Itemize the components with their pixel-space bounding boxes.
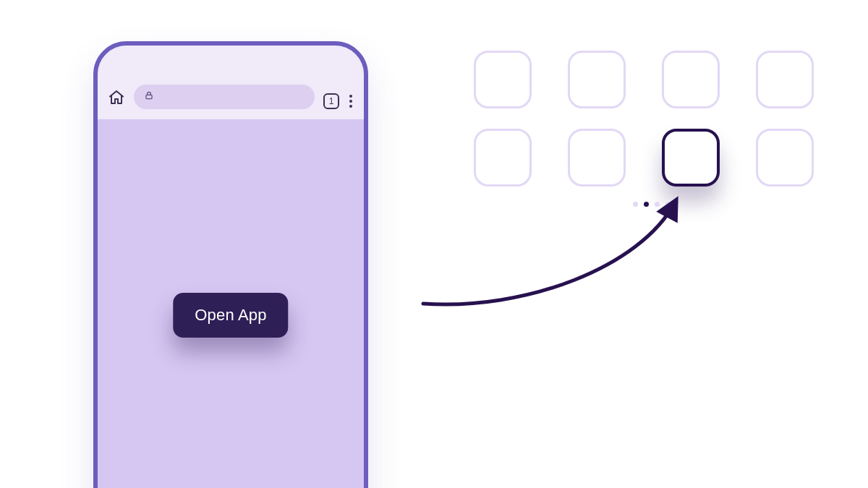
app-icon-placeholder[interactable]: [756, 51, 814, 108]
app-icon-placeholder[interactable]: [662, 51, 720, 108]
page-indicator: [633, 202, 671, 207]
lock-icon: [144, 90, 154, 103]
app-icon-placeholder[interactable]: [568, 51, 626, 108]
app-icon-target[interactable]: [662, 129, 720, 187]
page-dot[interactable]: [665, 202, 671, 207]
app-icon-placeholder[interactable]: [474, 129, 532, 187]
tabs-count-value: 1: [329, 96, 334, 106]
url-bar[interactable]: [134, 85, 315, 109]
page-dot[interactable]: [655, 202, 660, 207]
svg-rect-0: [146, 95, 152, 98]
home-icon[interactable]: [108, 89, 125, 109]
page-dot[interactable]: [633, 202, 638, 207]
tabs-count-icon[interactable]: 1: [323, 93, 339, 109]
browser-toolbar: 1: [98, 46, 364, 119]
flow-arrow-icon: [416, 166, 705, 325]
home-screen-app-grid: [474, 51, 814, 187]
phone-mockup: 1 Open App: [93, 41, 368, 488]
open-app-button[interactable]: Open App: [173, 293, 288, 338]
page-dot-active[interactable]: [644, 202, 649, 207]
app-icon-placeholder[interactable]: [474, 51, 532, 108]
webpage-body: Open App: [98, 119, 364, 488]
overflow-menu-icon[interactable]: [348, 93, 354, 109]
app-icon-placeholder[interactable]: [568, 129, 626, 187]
app-icon-placeholder[interactable]: [756, 129, 814, 187]
